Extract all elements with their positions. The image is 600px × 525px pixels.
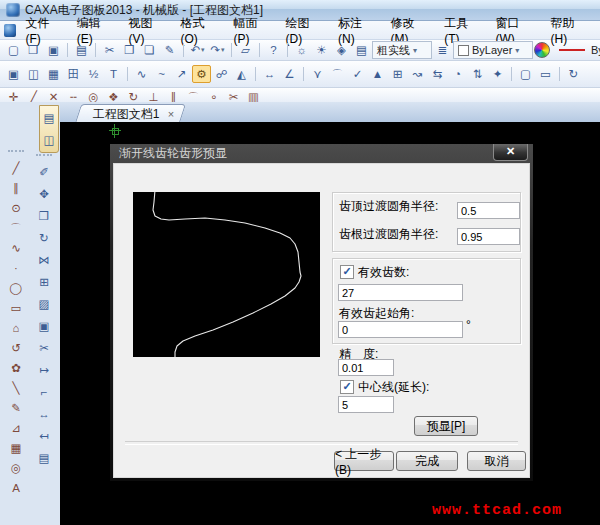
frame-tool-icon[interactable]: ▣ <box>35 317 54 335</box>
library-icon[interactable]: ☍ <box>212 65 231 83</box>
frame-fill-icon[interactable]: ◫ <box>24 65 43 83</box>
layer-manager-icon[interactable]: ≣ <box>433 41 452 59</box>
layer-print-icon[interactable]: ▤ <box>352 41 371 59</box>
tolerance-icon[interactable]: ⊞ <box>388 65 407 83</box>
finish-button[interactable]: 完成 <box>396 451 458 471</box>
dialog-titlebar[interactable]: 渐开线齿轮齿形预显 <box>110 144 533 163</box>
new-icon[interactable]: ▢ <box>4 41 23 59</box>
dim-horizontal-icon[interactable]: ↔ <box>260 65 279 83</box>
refresh-icon[interactable]: ↻ <box>564 65 583 83</box>
ellipse-tool-icon[interactable]: ◯ <box>7 279 26 297</box>
effective-teeth-input[interactable] <box>338 284 463 301</box>
break-line-icon[interactable]: ~ <box>152 65 171 83</box>
text-style-icon[interactable]: T <box>104 65 123 83</box>
color-combo[interactable]: ByLayer ▾ <box>453 41 533 59</box>
extend-tool-icon[interactable]: ↦ <box>35 361 54 379</box>
panel-flyout-tab[interactable]: ▤◫ <box>39 105 59 153</box>
arrow-icon[interactable]: ↗ <box>172 65 191 83</box>
linewidth-combo[interactable]: 粗实线 ▾ <box>372 41 432 59</box>
spline-tool-icon[interactable]: ∿ <box>7 239 26 257</box>
dim-angle-icon[interactable]: ∠ <box>280 65 299 83</box>
swap-icon[interactable]: ⇆ <box>428 65 447 83</box>
toolbar-drag-handle[interactable] <box>8 150 24 155</box>
tab-document[interactable]: 工程图文档1 × <box>75 104 186 123</box>
chamfer-tool-icon[interactable]: ⊿ <box>7 419 26 437</box>
symbol-icon[interactable]: ◭ <box>232 65 251 83</box>
centerline-tool-icon[interactable]: ╲ <box>7 379 26 397</box>
circle-tool-icon[interactable]: ⊙ <box>7 199 26 217</box>
toolbar-drag-handle[interactable] <box>36 154 52 159</box>
mirror-tool-icon[interactable]: ⋈ <box>35 251 54 269</box>
cancel-button[interactable]: 取消 <box>467 451 526 471</box>
datum-icon[interactable]: ▲ <box>368 65 387 83</box>
stamp-tool-icon[interactable]: ✎ <box>7 399 26 417</box>
linetype-combo[interactable]: ByLayer <box>551 41 600 59</box>
array-tool-icon[interactable]: ⊞ <box>35 273 54 291</box>
line-tool-icon[interactable]: ╱ <box>7 159 26 177</box>
sort-icon[interactable]: ⇅ <box>468 65 487 83</box>
check-icon[interactable]: ✓ <box>348 65 367 83</box>
tab-close-icon[interactable]: × <box>168 108 174 120</box>
copy-icon[interactable]: ❐ <box>120 41 139 59</box>
table-icon[interactable]: 田 <box>64 65 83 83</box>
cloud-tool-icon[interactable]: ✿ <box>7 359 26 377</box>
layer-lock-icon[interactable]: ◈ <box>332 41 351 59</box>
parallel-tool-icon[interactable]: ∥ <box>7 179 26 197</box>
root-radius-input[interactable] <box>457 228 520 245</box>
save-icon[interactable]: ▣ <box>44 41 63 59</box>
arc-dim-icon[interactable]: ↝ <box>408 65 427 83</box>
bubble-tool-icon[interactable]: ◎ <box>7 459 26 477</box>
color-wheel-icon[interactable] <box>534 42 550 58</box>
library-tab-icon[interactable]: ▤ <box>40 109 59 127</box>
start-angle-input[interactable] <box>338 321 463 338</box>
trim-tool-icon[interactable]: ✂ <box>35 339 54 357</box>
frame-icon[interactable]: ▣ <box>4 65 23 83</box>
centerline-checkbox[interactable]: ✓ <box>340 380 354 394</box>
ruler-icon[interactable]: ▭ <box>536 65 555 83</box>
polygon-tool-icon[interactable]: ⌂ <box>7 319 26 337</box>
star-icon[interactable]: ✦ <box>488 65 507 83</box>
layer-on-icon[interactable]: ☀ <box>312 41 331 59</box>
eraser-tool-icon[interactable]: ✐ <box>35 163 54 181</box>
text-tool-icon[interactable]: A <box>7 479 26 497</box>
back-button[interactable]: < 上一步(B) <box>334 451 394 471</box>
pie-icon[interactable]: ◔ <box>448 65 467 83</box>
preview-button[interactable]: 预显[P] <box>414 416 478 436</box>
fill-tool-icon[interactable]: ▨ <box>35 295 54 313</box>
rectangle-tool-icon[interactable]: ▭ <box>7 299 26 317</box>
wave-line-icon[interactable]: ∿ <box>132 65 151 83</box>
parts-list-icon[interactable]: ½ <box>84 65 103 83</box>
format-brush-icon[interactable]: ✎ <box>160 41 179 59</box>
precision-input[interactable] <box>338 359 394 376</box>
paste-icon[interactable]: ❏ <box>140 41 159 59</box>
help-icon[interactable]: ? <box>264 41 283 59</box>
arc-tool-icon[interactable]: ⌒ <box>7 219 26 237</box>
gear-icon[interactable]: ⚙ <box>192 65 211 83</box>
effective-teeth-checkbox[interactable]: ✓ <box>340 265 354 279</box>
dim-tool-icon[interactable]: ↔ <box>35 405 54 423</box>
print-icon[interactable]: ▤ <box>72 41 91 59</box>
corner-tool-icon[interactable]: ⌐ <box>35 383 54 401</box>
copy-tool-icon[interactable]: ❐ <box>35 207 54 225</box>
title-block-icon[interactable]: ▦ <box>44 65 63 83</box>
cut-icon[interactable]: ✂ <box>100 41 119 59</box>
radius-dim-icon[interactable]: ⌒ <box>328 65 347 83</box>
move-tool-icon[interactable]: ✥ <box>35 185 54 203</box>
centerline-input[interactable] <box>338 396 394 413</box>
leader-icon[interactable]: ⋎ <box>308 65 327 83</box>
redo-icon[interactable]: ↷ <box>208 41 227 59</box>
dialog-close-button[interactable]: ✕ <box>493 144 528 161</box>
rotate-tool-icon[interactable]: ↻ <box>35 229 54 247</box>
curve-tool-icon[interactable]: ↺ <box>7 339 26 357</box>
undo-icon[interactable]: ↶ <box>188 41 207 59</box>
open-icon[interactable]: ❒ <box>24 41 43 59</box>
properties-tab-icon[interactable]: ◫ <box>40 131 59 149</box>
monitor-icon[interactable]: ▢ <box>516 65 535 83</box>
point-tool-icon[interactable]: · <box>7 259 26 277</box>
tip-radius-input[interactable] <box>457 202 520 219</box>
layer-bulb-icon[interactable]: ☼ <box>292 41 311 59</box>
props-tool-icon[interactable]: ▤ <box>35 449 54 467</box>
drawing-sheet-icon[interactable]: ▱ <box>236 41 255 59</box>
dim2-tool-icon[interactable]: ↤ <box>35 427 54 445</box>
hatch-tool-icon[interactable]: ▦ <box>7 439 26 457</box>
